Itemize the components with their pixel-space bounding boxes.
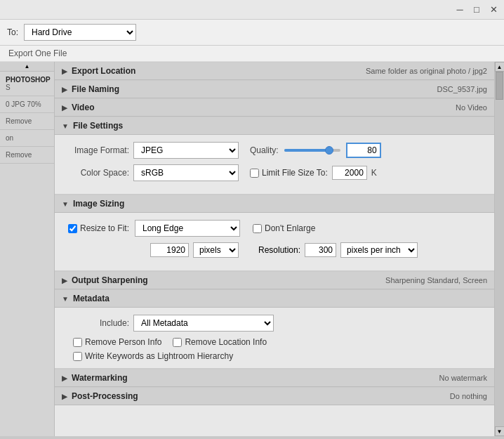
dont-enlarge-checkbox[interactable]	[253, 224, 262, 233]
section-file-naming[interactable]: ▶ File Naming DSC_9537.jpg	[55, 80, 494, 98]
scrollbar-track[interactable]	[495, 72, 504, 426]
arrow-icon-output-sharpening: ▶	[62, 277, 67, 284]
close-button[interactable]: ✕	[486, 2, 501, 18]
include-row: Include: All Metadata Copyright Only Cop…	[66, 315, 483, 332]
section-export-location[interactable]: ▶ Export Location Same folder as origina…	[55, 62, 494, 80]
slider-fill	[284, 149, 329, 152]
arrow-icon-export-location: ▶	[62, 67, 67, 75]
arrow-icon-metadata: ▼	[62, 295, 69, 303]
remove-location-info-text: Remove Location Info	[185, 337, 267, 347]
image-format-row: Image Format: JPEG PNG TIFF PSD DNG Qual…	[66, 142, 483, 159]
color-space-select[interactable]: sRGB AdobeRGB ProPhoto RGB	[133, 164, 239, 181]
to-label: To:	[7, 27, 18, 37]
remove-person-info-checkbox[interactable]	[73, 338, 82, 347]
sidebar-item-remove1[interactable]: Remove	[0, 113, 54, 130]
quality-row: Quality: 80	[250, 143, 381, 158]
include-label: Include:	[66, 318, 129, 328]
video-value: No Video	[456, 103, 487, 112]
video-label: Video	[72, 103, 94, 112]
checkboxes-row: Remove Person Info Remove Location Info	[73, 337, 483, 347]
export-label: Export One File	[0, 46, 504, 62]
resize-to-fit-label[interactable]: Resize to Fit:	[66, 223, 129, 233]
color-space-label: Color Space:	[66, 168, 129, 178]
pixel-value-input[interactable]	[150, 243, 189, 257]
watermarking-value: No watermark	[439, 374, 487, 382]
arrow-icon-post-processing: ▶	[62, 393, 67, 400]
file-naming-value: DSC_9537.jpg	[437, 85, 487, 93]
sidebar-item-photoshop[interactable]: PHOTOSHOP S	[0, 72, 54, 96]
section-watermarking[interactable]: ▶ Watermarking No watermark	[55, 369, 494, 387]
post-processing-label: Post-Processing	[72, 391, 138, 401]
limit-file-size-input[interactable]	[332, 166, 367, 180]
scrollbar-thumb[interactable]	[496, 72, 503, 100]
section-post-processing[interactable]: ▶ Post-Processing Do nothing	[55, 387, 494, 405]
arrow-icon-file-settings: ▼	[62, 122, 69, 130]
write-keywords-checkbox[interactable]	[73, 352, 82, 361]
minimize-button[interactable]: ─	[452, 2, 467, 18]
pixels-resolution-row: pixels inches cm Resolution: pixels per …	[66, 242, 483, 258]
resolution-input[interactable]	[305, 243, 336, 257]
sidebar-item-jpg[interactable]: 0 JPG 70%	[0, 96, 54, 113]
arrow-icon-file-naming: ▶	[62, 86, 67, 93]
limit-file-size-checkbox[interactable]	[250, 169, 259, 178]
content-area: ▶ Export Location Same folder as origina…	[55, 62, 494, 436]
file-settings-label: File Settings	[73, 121, 123, 131]
output-sharpening-label: Output Sharpening	[72, 275, 148, 285]
slider-thumb[interactable]	[325, 146, 333, 155]
output-sharpening-value: Sharpening Standard, Screen	[385, 276, 487, 284]
resolution-label: Resolution:	[258, 245, 300, 255]
resize-to-fit-row: Resize to Fit: Long Edge Short Edge Widt…	[66, 220, 483, 237]
post-processing-value: Do nothing	[450, 392, 487, 400]
resize-to-fit-text: Resize to Fit:	[80, 223, 129, 233]
metadata-content: Include: All Metadata Copyright Only Cop…	[55, 308, 494, 369]
k-label: K	[371, 168, 377, 178]
arrow-icon-video: ▶	[62, 104, 67, 112]
resize-options-select[interactable]: Long Edge Short Edge Width & Height Dime…	[135, 220, 240, 237]
write-keywords-text: Write Keywords as Lightroom Hierarchy	[85, 351, 233, 361]
section-file-settings[interactable]: ▼ File Settings	[55, 117, 494, 135]
image-sizing-label: Image Sizing	[73, 199, 124, 209]
section-output-sharpening[interactable]: ▶ Output Sharpening Sharpening Standard,…	[55, 271, 494, 289]
file-settings-content: Image Format: JPEG PNG TIFF PSD DNG Qual…	[55, 135, 494, 195]
file-naming-label: File Naming	[72, 84, 119, 94]
metadata-label: Metadata	[73, 294, 110, 303]
title-bar: ─ □ ✕	[0, 0, 504, 20]
maximize-button[interactable]: □	[469, 2, 484, 18]
include-select[interactable]: All Metadata Copyright Only Copyright & …	[133, 315, 274, 332]
section-video[interactable]: ▶ Video No Video	[55, 98, 494, 117]
resolution-row: Resolution: pixels per inch pixels per c…	[258, 242, 418, 258]
section-metadata[interactable]: ▼ Metadata	[55, 289, 494, 308]
limit-file-size-checkbox-label[interactable]: Limit File Size To:	[250, 168, 328, 178]
resolution-unit-select[interactable]: pixels per inch pixels per cm	[340, 242, 418, 258]
quality-slider[interactable]	[284, 149, 340, 152]
image-format-label: Image Format:	[66, 145, 129, 155]
quality-input[interactable]: 80	[346, 143, 381, 158]
sidebar-item-on[interactable]: on	[0, 130, 54, 147]
limit-file-row: Limit File Size To: K	[250, 166, 377, 180]
remove-location-info-checkbox[interactable]	[173, 338, 182, 347]
top-bar: To: Hard Drive CD/DVD Email	[0, 20, 504, 46]
sidebar-scroll-top[interactable]: ▲	[0, 62, 54, 72]
sidebar-item-remove2[interactable]: Remove	[0, 147, 54, 164]
resize-to-fit-checkbox[interactable]	[68, 224, 77, 233]
sidebar: ▲ PHOTOSHOP S 0 JPG 70% Remove on Remove	[0, 62, 55, 436]
image-sizing-content: Resize to Fit: Long Edge Short Edge Widt…	[55, 213, 494, 271]
dont-enlarge-text: Don't Enlarge	[265, 223, 315, 233]
quality-label: Quality:	[250, 145, 279, 155]
arrow-icon-image-sizing: ▼	[62, 200, 69, 208]
dont-enlarge-label[interactable]: Don't Enlarge	[253, 223, 315, 233]
arrow-icon-watermarking: ▶	[62, 374, 67, 382]
image-format-select[interactable]: JPEG PNG TIFF PSD DNG	[133, 142, 239, 159]
color-space-row: Color Space: sRGB AdobeRGB ProPhoto RGB …	[66, 164, 483, 181]
pixel-unit-select[interactable]: pixels inches cm	[193, 242, 239, 258]
section-image-sizing[interactable]: ▼ Image Sizing	[55, 195, 494, 213]
scroll-down-button[interactable]: ▼	[495, 426, 505, 436]
right-scrollbar: ▲ ▼	[494, 62, 504, 436]
pixels-row: pixels inches cm	[150, 242, 239, 258]
scroll-up-button[interactable]: ▲	[495, 62, 505, 72]
export-location-label: Export Location	[72, 66, 135, 76]
destination-select[interactable]: Hard Drive CD/DVD Email	[24, 24, 136, 41]
write-keywords-label[interactable]: Write Keywords as Lightroom Hierarchy	[73, 351, 483, 361]
remove-location-info-label[interactable]: Remove Location Info	[173, 337, 267, 347]
remove-person-info-label[interactable]: Remove Person Info	[73, 337, 161, 347]
